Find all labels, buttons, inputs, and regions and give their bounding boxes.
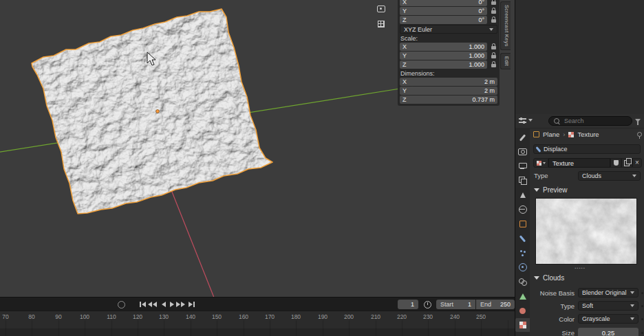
frame-tick: 100	[80, 313, 89, 320]
rotation-z-row: Z 0°	[400, 16, 497, 24]
frame-tick: 250	[476, 313, 486, 320]
noise-basis-label: Noise Basis	[532, 289, 575, 297]
breadcrumb-texture[interactable]: Texture	[577, 131, 599, 138]
texture-preview-image[interactable]	[535, 198, 637, 265]
unlink-texture-button[interactable]: ×	[632, 158, 642, 168]
size-slider[interactable]: 0.25	[578, 328, 638, 336]
size-value: 0.25	[602, 329, 615, 336]
rotation-z-field[interactable]: Z 0°	[400, 16, 487, 24]
pin-icon[interactable]	[637, 132, 642, 137]
dimension-z-field[interactable]: Z 0.737 m	[400, 96, 497, 104]
frame-end-field[interactable]: End 250	[476, 300, 515, 309]
frame-tick: 140	[186, 313, 195, 320]
scale-x-field[interactable]: X 1.000	[400, 43, 487, 51]
displaced-plane-mesh[interactable]	[32, 9, 272, 214]
scale-z-row: Z 1.000	[400, 60, 497, 69]
chevron-down-icon	[630, 304, 634, 307]
texture-datablock-row: Texture ×	[533, 158, 642, 168]
screencast-keys-button[interactable]	[376, 4, 387, 14]
search-box[interactable]	[548, 116, 632, 126]
3d-viewport[interactable]: X 0° Y 0° Z 0° XYZ Euler	[0, 0, 515, 297]
texture-user-label: Displace	[544, 146, 568, 153]
current-frame-field[interactable]: 1	[398, 300, 418, 309]
clouds-type-dropdown[interactable]: Soft	[578, 301, 638, 311]
properties-tab-modifiers[interactable]	[515, 232, 530, 245]
use-preview-range-button[interactable]	[423, 300, 432, 309]
annotation-grid-button[interactable]	[376, 19, 387, 29]
frame-start-field[interactable]: Start 1	[436, 300, 475, 309]
previous-keyframe-button[interactable]	[148, 300, 157, 309]
rotation-y-field[interactable]: Y 0°	[400, 7, 487, 15]
noise-basis-dropdown[interactable]: Blender Original	[578, 288, 638, 298]
keyframe-dot[interactable]	[641, 292, 643, 294]
chevron-down-icon	[630, 291, 634, 294]
dimension-y-field[interactable]: Y 2 m	[400, 87, 497, 95]
clouds-section-header[interactable]: Clouds	[534, 274, 564, 282]
tab-screencast-keys[interactable]: Screencast Keys	[500, 1, 511, 50]
preview-resize-handle[interactable]: •••••	[515, 266, 644, 270]
dimension-x-field[interactable]: X 2 m	[400, 78, 497, 86]
texture-name-field[interactable]: Texture	[548, 158, 610, 168]
search-input[interactable]	[563, 117, 621, 125]
frame-tick: 180	[291, 313, 301, 320]
scale-y-field[interactable]: Y 1.000	[400, 52, 487, 60]
properties-tab-material[interactable]	[515, 304, 530, 317]
tab-edit[interactable]: Edit	[500, 53, 511, 69]
keyframe-dot[interactable]	[641, 332, 643, 334]
properties-tab-render[interactable]	[515, 145, 530, 159]
properties-tab-object[interactable]	[515, 217, 530, 231]
new-texture-button[interactable]	[621, 158, 632, 168]
breadcrumb-object[interactable]: Plane	[543, 131, 559, 138]
clouds-type-label: Type	[532, 302, 575, 310]
play-button[interactable]	[167, 300, 176, 309]
texture-type-dropdown[interactable]: Clouds	[578, 171, 641, 181]
next-keyframe-button[interactable]	[176, 300, 185, 309]
rotation-x-field[interactable]: X 0°	[400, 0, 487, 6]
axis-label: X	[402, 43, 407, 50]
properties-tab-view-layer[interactable]	[515, 174, 530, 188]
lock-icon[interactable]	[489, 60, 497, 69]
filter-icon[interactable]	[635, 119, 641, 122]
properties-tab-world[interactable]	[515, 203, 530, 216]
constraints-icon	[519, 278, 524, 284]
browse-texture-button[interactable]	[533, 158, 548, 168]
properties-tab-scene[interactable]	[515, 188, 530, 202]
properties-empty-area	[515, 0, 644, 115]
keyframe-dot[interactable]	[641, 318, 643, 320]
render-icon	[518, 148, 527, 155]
rotation-mode-dropdown[interactable]: XYZ Euler	[400, 25, 497, 34]
axis-value: 0°	[478, 0, 484, 5]
clouds-section-label: Clouds	[543, 274, 564, 282]
properties-tab-texture[interactable]	[515, 318, 530, 332]
jump-to-start-button[interactable]	[138, 300, 147, 309]
properties-tab-tool[interactable]	[515, 131, 530, 144]
lock-icon[interactable]	[489, 7, 497, 15]
keyframe-dot[interactable]	[641, 305, 643, 307]
editor-type-icon[interactable]	[519, 117, 526, 124]
texture-type-value: Clouds	[582, 172, 601, 179]
jump-to-end-button[interactable]	[187, 300, 196, 309]
properties-tab-constraints[interactable]	[515, 275, 530, 289]
texture-icon	[568, 132, 574, 137]
axis-value: 2 m	[484, 78, 495, 85]
color-dropdown[interactable]: Grayscale	[578, 314, 638, 324]
timeline-ruler[interactable]: 70 80 90 100 110 120 130 140 150 160 170…	[0, 311, 515, 336]
collapse-triangle-icon	[534, 188, 539, 192]
preview-section-header[interactable]: Preview	[534, 186, 568, 194]
rotation-mode-value: XYZ Euler	[404, 26, 432, 33]
tool-icon	[519, 134, 526, 141]
noise-basis-row: Noise Basis Blender Original	[532, 288, 643, 298]
properties-tab-output[interactable]	[515, 159, 530, 173]
clouds-color-row: Color Grayscale	[532, 314, 643, 324]
auto-keying-button[interactable]	[117, 300, 126, 309]
lock-icon[interactable]	[489, 43, 497, 51]
properties-tab-particles[interactable]	[515, 246, 530, 260]
texture-user-row[interactable]: Displace	[533, 144, 641, 154]
lock-icon[interactable]	[489, 16, 497, 24]
fake-user-button[interactable]	[610, 158, 621, 168]
lock-icon[interactable]	[489, 52, 497, 60]
properties-tab-object-data[interactable]	[515, 289, 530, 303]
lock-icon[interactable]	[489, 0, 497, 6]
scale-z-field[interactable]: Z 1.000	[400, 60, 487, 69]
frame-tick: 160	[239, 313, 248, 320]
